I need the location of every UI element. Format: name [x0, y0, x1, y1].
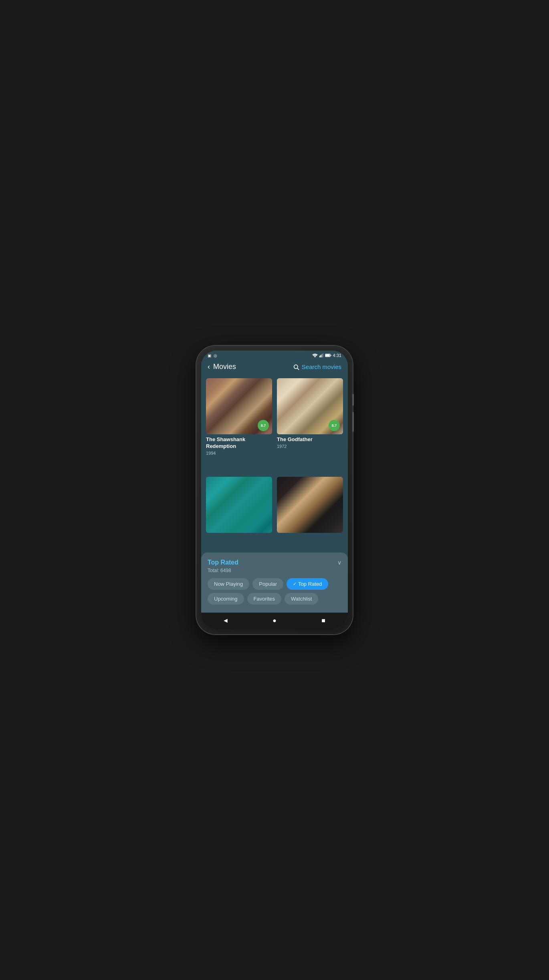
svg-line-9 — [297, 368, 299, 370]
filter-chip-top-rated[interactable]: ✓ Top Rated — [287, 578, 328, 590]
sim-icon: ▣ — [208, 353, 211, 358]
check-icon: ✓ — [293, 581, 297, 587]
back-button[interactable]: ‹ — [208, 363, 210, 371]
filter-row-1: Now Playing Popular ✓ Top Rated — [208, 578, 341, 590]
movie-title-shawshank: The Shawshank Redemption — [206, 436, 272, 450]
movie-year-godfather: 1972 — [277, 444, 343, 449]
sheet-header: Top Rated ∨ — [208, 559, 341, 566]
svg-rect-2 — [320, 355, 321, 357]
filter-chip-favorites[interactable]: Favorites — [247, 593, 281, 605]
svg-point-0 — [315, 357, 315, 357]
movie-poster-godfather: 8.7 — [277, 378, 343, 434]
status-right-icons: 4:31 — [312, 353, 341, 358]
battery-icon — [325, 353, 331, 357]
search-icon — [293, 364, 299, 370]
filter-chip-popular[interactable]: Popular — [252, 578, 283, 590]
bottom-nav: ◄ ● ■ — [201, 613, 348, 629]
camera-icon: ◎ — [214, 353, 217, 358]
movie-card-godfather[interactable]: 8.7 The Godfather 1972 — [277, 378, 343, 472]
svg-rect-4 — [323, 353, 323, 357]
sheet-total: Total: 6498 — [208, 568, 341, 573]
status-time: 4:31 — [333, 353, 341, 358]
chevron-down-icon[interactable]: ∨ — [337, 559, 341, 566]
volume-up-button — [352, 394, 354, 406]
poster-image-3 — [206, 477, 272, 533]
movie-year-shawshank: 1994 — [206, 451, 272, 456]
poster-image-4 — [277, 477, 343, 533]
movie-poster-shawshank: 8.7 — [206, 378, 272, 434]
filter-row-2: Upcoming Favorites Watchlist — [208, 593, 341, 605]
header-right[interactable]: Search movies — [293, 363, 341, 370]
content-area: 8.7 The Shawshank Redemption 1994 8.7 Th… — [201, 375, 348, 613]
svg-rect-3 — [321, 354, 322, 357]
movie-card-3[interactable] — [206, 477, 272, 549]
rating-badge-shawshank: 8.7 — [258, 420, 269, 431]
status-left-icons: ▣ ◎ — [208, 353, 217, 358]
svg-rect-7 — [325, 354, 329, 357]
movie-poster-4 — [277, 477, 343, 533]
svg-rect-6 — [331, 355, 331, 356]
filter-chip-upcoming[interactable]: Upcoming — [208, 593, 244, 605]
movie-poster-3 — [206, 477, 272, 533]
movie-title-godfather: The Godfather — [277, 436, 343, 443]
phone-frame: ▣ ◎ — [196, 346, 353, 634]
nav-back-button[interactable]: ◄ — [220, 617, 232, 625]
phone-screen: ▣ ◎ — [201, 351, 348, 629]
bottom-sheet: Top Rated ∨ Total: 6498 Now Playing Popu… — [201, 553, 348, 613]
status-bar: ▣ ◎ — [201, 351, 348, 359]
movie-card-shawshank[interactable]: 8.7 The Shawshank Redemption 1994 — [206, 378, 272, 472]
signal-icon — [319, 353, 323, 357]
nav-home-button[interactable]: ● — [268, 617, 281, 625]
wifi-icon — [312, 353, 318, 357]
header-left: ‹ Movies — [208, 363, 236, 371]
page-title: Movies — [213, 363, 236, 371]
filter-chip-now-playing[interactable]: Now Playing — [208, 578, 249, 590]
nav-recent-button[interactable]: ■ — [317, 617, 329, 625]
search-label[interactable]: Search movies — [302, 363, 341, 370]
movie-card-4[interactable] — [277, 477, 343, 549]
header: ‹ Movies Search movies — [201, 359, 348, 375]
volume-down-button — [352, 412, 354, 432]
svg-rect-1 — [319, 356, 320, 357]
sheet-title: Top Rated — [208, 559, 238, 566]
rating-badge-godfather: 8.7 — [329, 420, 340, 431]
movie-grid: 8.7 The Shawshank Redemption 1994 8.7 Th… — [201, 375, 348, 553]
filter-chip-watchlist[interactable]: Watchlist — [285, 593, 318, 605]
